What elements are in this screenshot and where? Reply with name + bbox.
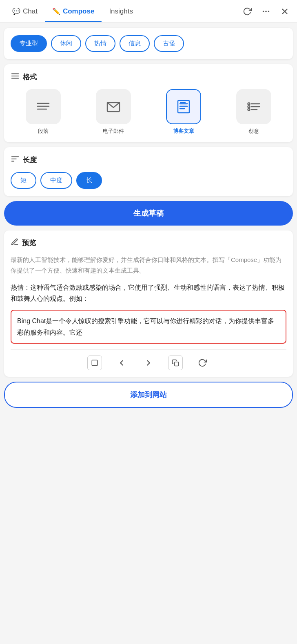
format-grid: 段落 电子邮件 bbox=[11, 89, 286, 135]
length-card: 长度 短 中度 长 bbox=[4, 147, 293, 196]
tab-chat[interactable]: 💬 Chat bbox=[5, 1, 45, 22]
preview-card: 预览 最新的人工智能技术，能够理解你爱好，并生成符合你口味和风格的文本。撰写「C… bbox=[4, 230, 293, 377]
refresh-button[interactable] bbox=[240, 4, 255, 19]
tone-btn-funny[interactable]: 古怪 bbox=[154, 35, 184, 52]
length-section-label: 长度 bbox=[23, 155, 37, 165]
tab-chat-label: Chat bbox=[23, 7, 38, 16]
tab-compose-label: Compose bbox=[63, 7, 94, 16]
length-btn-short[interactable]: 短 bbox=[11, 172, 36, 189]
length-btn-medium[interactable]: 中度 bbox=[40, 172, 72, 189]
format-icon-paragraph bbox=[26, 89, 61, 124]
tab-insights-label: Insights bbox=[109, 7, 133, 16]
preview-toolbar bbox=[11, 349, 286, 377]
tone-btn-casual[interactable]: 休闲 bbox=[51, 35, 81, 52]
preview-body-text: 热情：这种语气适合激励或感染的场合，它使用了强烈、生动和感性的语言，表达了热情、… bbox=[11, 282, 286, 304]
format-item-email[interactable]: 电子邮件 bbox=[96, 89, 131, 135]
svg-rect-27 bbox=[175, 362, 179, 366]
header-actions bbox=[240, 4, 292, 19]
length-section-header: 长度 bbox=[11, 154, 286, 165]
svg-point-19 bbox=[248, 106, 250, 108]
length-btn-long[interactable]: 长 bbox=[76, 172, 102, 189]
format-label-paragraph: 段落 bbox=[38, 127, 49, 135]
svg-rect-16 bbox=[180, 102, 186, 103]
tone-btn-professional[interactable]: 专业型 bbox=[11, 35, 47, 52]
format-label-blog: 博客文章 bbox=[173, 127, 194, 135]
preview-text-area[interactable]: 最新的人工智能技术，能够理解你爱好，并生成符合你口味和风格的文本。撰写「Comp… bbox=[11, 255, 286, 344]
svg-rect-26 bbox=[92, 360, 98, 366]
preview-section-header: 预览 bbox=[11, 238, 286, 248]
more-button[interactable] bbox=[259, 4, 273, 19]
format-icon-ideas bbox=[236, 89, 271, 124]
preview-highlighted-box: Bing Chat是一个令人惊叹的搜索引擎功能，它可以与你进行精彩的对话，为你提… bbox=[11, 310, 286, 343]
generate-draft-button[interactable]: 生成草稿 bbox=[4, 201, 293, 226]
compose-icon: ✏️ bbox=[52, 7, 60, 15]
format-section-label: 格式 bbox=[23, 72, 37, 82]
preview-copy-button[interactable] bbox=[168, 356, 183, 370]
chat-icon: 💬 bbox=[12, 7, 20, 15]
format-icon-email bbox=[96, 89, 131, 124]
tab-compose[interactable]: ✏️ Compose bbox=[45, 1, 102, 22]
preview-next-button[interactable] bbox=[141, 356, 156, 370]
tone-options: 专业型 休闲 热情 信息 古怪 bbox=[11, 35, 286, 52]
header: 💬 Chat ✏️ Compose Insights bbox=[0, 0, 297, 23]
format-icon-blog bbox=[166, 89, 201, 124]
main-content: 专业型 休闲 热情 信息 古怪 格式 bbox=[0, 28, 297, 416]
format-item-blog[interactable]: 博客文章 bbox=[166, 89, 201, 135]
svg-point-0 bbox=[263, 11, 264, 12]
format-card: 格式 段落 bbox=[4, 64, 293, 142]
preview-prev-button[interactable] bbox=[114, 356, 129, 370]
preview-highlighted-text: Bing Chat是一个令人惊叹的搜索引擎功能，它可以与你进行精彩的对话，为你提… bbox=[17, 318, 274, 335]
format-label-ideas: 创意 bbox=[248, 127, 259, 135]
format-item-ideas[interactable]: 创意 bbox=[236, 89, 271, 135]
tone-card: 专业型 休闲 热情 信息 古怪 bbox=[4, 28, 293, 59]
format-item-paragraph[interactable]: 段落 bbox=[26, 89, 61, 135]
length-section-icon bbox=[11, 154, 20, 165]
close-button[interactable] bbox=[277, 4, 292, 19]
svg-point-17 bbox=[248, 103, 250, 105]
svg-point-2 bbox=[268, 11, 270, 12]
length-options: 短 中度 长 bbox=[11, 172, 286, 189]
preview-refresh-button[interactable] bbox=[195, 356, 210, 370]
add-to-website-button[interactable]: 添加到网站 bbox=[4, 382, 293, 408]
format-section-icon bbox=[11, 72, 20, 83]
preview-section-icon bbox=[11, 238, 19, 248]
tone-btn-enthusiastic[interactable]: 热情 bbox=[85, 35, 115, 52]
svg-point-21 bbox=[248, 109, 250, 111]
tab-insights[interactable]: Insights bbox=[102, 1, 140, 22]
preview-stop-button[interactable] bbox=[87, 356, 102, 370]
format-label-email: 电子邮件 bbox=[103, 127, 124, 135]
tone-btn-informational[interactable]: 信息 bbox=[120, 35, 150, 52]
preview-faded-text: 最新的人工智能技术，能够理解你爱好，并生成符合你口味和风格的文本。撰写「Comp… bbox=[11, 255, 286, 275]
format-section-header: 格式 bbox=[11, 72, 286, 83]
preview-section-label: 预览 bbox=[22, 238, 36, 248]
svg-point-1 bbox=[265, 11, 267, 12]
